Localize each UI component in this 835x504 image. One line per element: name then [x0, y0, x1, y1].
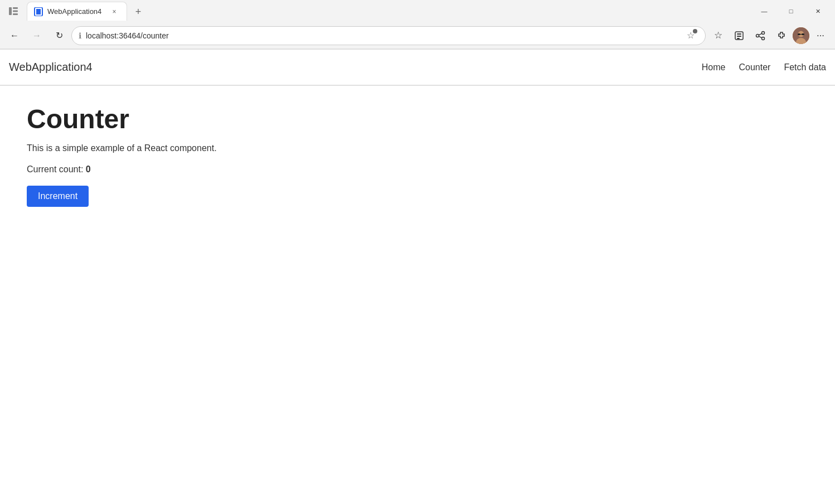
- more-options-button[interactable]: ···: [810, 26, 831, 46]
- browser-chrome: WebApplication4 × + — □ ✕ ← → ↻ ℹ localh…: [0, 0, 835, 50]
- current-count-label: Current count:: [27, 164, 83, 174]
- svg-rect-0: [9, 7, 12, 15]
- favorites-star-button[interactable]: ☆: [683, 28, 698, 43]
- current-count-value: 0: [86, 164, 91, 174]
- profile-avatar[interactable]: [793, 27, 809, 44]
- page-description: This is a simple example of a React comp…: [27, 143, 808, 153]
- svg-point-9: [762, 37, 765, 40]
- active-tab[interactable]: WebApplication4 ×: [27, 2, 127, 21]
- collections-button[interactable]: [729, 26, 749, 46]
- new-tab-button[interactable]: +: [129, 3, 147, 21]
- svg-rect-6: [737, 36, 741, 37]
- app-nav-links: Home Counter Fetch data: [702, 62, 826, 72]
- notification-badge: [693, 29, 697, 33]
- favorites-button[interactable]: ☆: [708, 26, 728, 46]
- main-content: Counter This is a simple example of a Re…: [0, 86, 835, 225]
- share-button[interactable]: [750, 26, 770, 46]
- increment-button[interactable]: Increment: [27, 186, 89, 207]
- svg-rect-2: [13, 11, 18, 12]
- maximize-button[interactable]: □: [778, 2, 804, 20]
- title-bar-left: WebApplication4 × +: [4, 2, 147, 21]
- page-heading: Counter: [27, 104, 808, 134]
- current-count-text: Current count: 0: [27, 164, 808, 175]
- sidebar-toggle-button[interactable]: [4, 2, 22, 20]
- svg-rect-1: [13, 7, 18, 9]
- tab-title: WebApplication4: [47, 7, 104, 16]
- minimize-button[interactable]: —: [751, 2, 777, 20]
- address-bar-row: ← → ↻ ℹ localhost:36464/counter ☆ ☆: [0, 22, 835, 49]
- toolbar-icons: ☆: [708, 26, 831, 46]
- app-container: WebApplication4 Home Counter Fetch data …: [0, 50, 835, 225]
- svg-rect-7: [737, 38, 740, 39]
- close-button[interactable]: ✕: [805, 2, 831, 20]
- window-controls: — □ ✕: [751, 2, 831, 20]
- address-url: localhost:36464/counter: [86, 31, 678, 40]
- svg-line-11: [759, 33, 761, 35]
- tab-bar: WebApplication4 × +: [27, 2, 147, 21]
- svg-rect-5: [737, 33, 741, 35]
- nav-link-home[interactable]: Home: [702, 62, 726, 72]
- svg-line-12: [759, 36, 761, 38]
- address-info-icon: ℹ: [79, 31, 81, 40]
- tab-favicon-icon: [34, 7, 43, 16]
- address-bar[interactable]: ℹ localhost:36464/counter ☆: [71, 26, 706, 45]
- svg-point-10: [756, 34, 759, 37]
- refresh-button[interactable]: ↻: [49, 26, 69, 46]
- svg-rect-17: [802, 33, 804, 35]
- app-navbar: WebApplication4 Home Counter Fetch data: [0, 50, 835, 85]
- svg-rect-16: [798, 33, 800, 35]
- tab-close-button[interactable]: ×: [109, 6, 120, 17]
- svg-rect-3: [13, 13, 18, 15]
- svg-point-8: [762, 31, 765, 34]
- app-brand[interactable]: WebApplication4: [9, 61, 93, 74]
- back-button[interactable]: ←: [4, 26, 25, 46]
- nav-link-counter[interactable]: Counter: [739, 62, 770, 72]
- forward-button[interactable]: →: [27, 26, 47, 46]
- title-bar: WebApplication4 × + — □ ✕: [0, 0, 835, 22]
- nav-link-fetch-data[interactable]: Fetch data: [784, 62, 826, 72]
- extensions-button[interactable]: [771, 26, 792, 46]
